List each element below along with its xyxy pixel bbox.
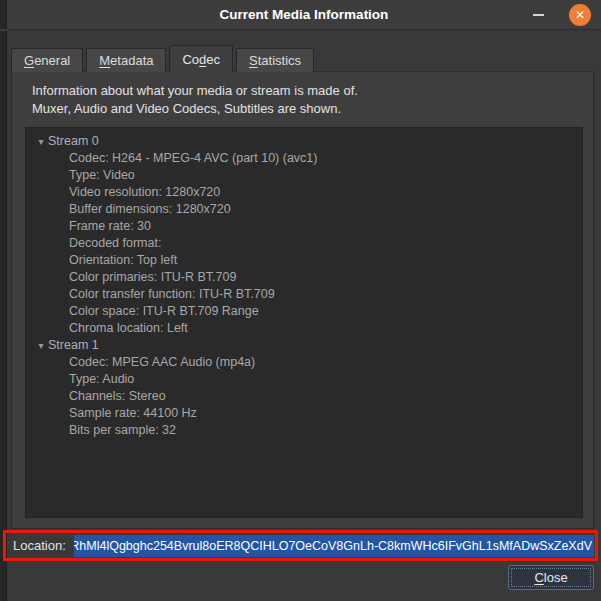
tree-item[interactable]: Chroma location: Left <box>26 320 582 337</box>
window-buttons: ✕ <box>527 0 591 30</box>
window-title: Current Media Information <box>7 0 601 30</box>
description-line1: Information about what your media or str… <box>32 82 593 100</box>
tree-item[interactable]: Frame rate: 30 <box>26 218 582 235</box>
minimize-button[interactable] <box>527 4 549 26</box>
expander-arrow-icon[interactable]: ▾ <box>34 133 48 150</box>
tab-metadata[interactable]: Metadata <box>86 48 166 72</box>
tree-item[interactable]: Orientation: Top left <box>26 252 582 269</box>
window-close-button[interactable]: ✕ <box>569 4 591 26</box>
tree-item[interactable]: Type: Audio <box>26 371 582 388</box>
description-line2: Muxer, Audio and Video Codecs, Subtitles… <box>32 100 593 118</box>
tab-codec[interactable]: Codec <box>169 45 233 73</box>
location-row: Location: sbRhMl4lQgbghc254Bvrul8oER8QCI… <box>7 531 601 560</box>
tree-item[interactable]: Buffer dimensions: 1280x720 <box>26 201 582 218</box>
location-input[interactable]: sbRhMl4lQgbghc254Bvrul8oER8QCIHLO7OeCoV8… <box>74 535 594 557</box>
background-window-edge <box>0 0 7 601</box>
media-info-dialog: Current Media Information ✕ GeneralMetad… <box>7 0 601 601</box>
close-icon: ✕ <box>575 8 585 22</box>
tree-stream-row[interactable]: ▾Stream 0 <box>26 133 582 150</box>
tree-item[interactable]: Bits per sample: 32 <box>26 422 582 439</box>
description: Information about what your media or str… <box>12 72 593 118</box>
tree-item[interactable]: Codec: H264 - MPEG-4 AVC (part 10) (avc1… <box>26 150 582 167</box>
tree-item[interactable]: Video resolution: 1280x720 <box>26 184 582 201</box>
tree-item[interactable]: Color space: ITU-R BT.709 Range <box>26 303 582 320</box>
tab-general[interactable]: General <box>11 48 83 72</box>
screen: Current Media Information ✕ GeneralMetad… <box>0 0 601 601</box>
codec-details-tree[interactable]: ▾Stream 0Codec: H264 - MPEG-4 AVC (part … <box>25 127 583 518</box>
tree-item[interactable]: Sample rate: 44100 Hz <box>26 405 582 422</box>
close-button[interactable]: Close <box>508 565 594 590</box>
tree-item[interactable]: Color transfer function: ITU-R BT.709 <box>26 286 582 303</box>
tree-item[interactable]: Color primaries: ITU-R BT.709 <box>26 269 582 286</box>
minimize-icon <box>533 14 544 16</box>
expander-arrow-icon[interactable]: ▾ <box>34 337 48 354</box>
tree-item[interactable]: Decoded format: <box>26 235 582 252</box>
tree-stream-row[interactable]: ▾Stream 1 <box>26 337 582 354</box>
stream-label: Stream 1 <box>48 337 99 354</box>
dialog-button-row: Close <box>7 563 601 595</box>
location-value: sbRhMl4lQgbghc254Bvrul8oER8QCIHLO7OeCoV8… <box>74 535 594 557</box>
titlebar: Current Media Information ✕ <box>7 0 601 30</box>
stream-label: Stream 0 <box>48 133 99 150</box>
codec-tab-panel: Information about what your media or str… <box>11 71 594 529</box>
tree-item[interactable]: Type: Video <box>26 167 582 184</box>
tab-bar: GeneralMetadataCodecStatistics <box>11 44 317 72</box>
location-label: Location: <box>13 538 66 553</box>
tree-item[interactable]: Codec: MPEG AAC Audio (mp4a) <box>26 354 582 371</box>
tab-statistics[interactable]: Statistics <box>236 48 314 72</box>
tree-item[interactable]: Channels: Stereo <box>26 388 582 405</box>
